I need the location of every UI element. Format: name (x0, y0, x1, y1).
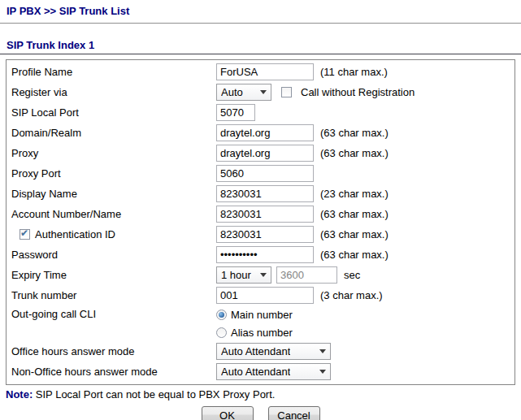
alias-number-option[interactable]: Alias number (216, 325, 293, 340)
authentication-id-input[interactable] (216, 226, 314, 243)
password-hint: (63 char max.) (320, 249, 389, 261)
ok-button[interactable]: OK (202, 406, 254, 420)
expiry-unit-label: sec (344, 269, 360, 281)
row-display-name: Display Name (23 char max.) (7, 184, 514, 204)
register-via-select[interactable]: Auto (216, 84, 271, 101)
non-office-hours-mode-label: Non-Office hours answer mode (11, 366, 158, 378)
account-number-input[interactable] (216, 206, 314, 223)
trunk-number-label: Trunk number (11, 289, 76, 301)
row-non-office-hours-mode: Non-Office hours answer mode Auto Attend… (7, 362, 514, 382)
row-expiry-time: Expiry Time 1 hour sec (7, 265, 514, 285)
main-number-label: Main number (231, 309, 293, 321)
chevron-down-icon (319, 370, 326, 374)
row-authentication-id: Authentication ID (63 char max.) (7, 224, 514, 245)
register-via-selected-value: Auto (221, 86, 243, 98)
note-text: SIP Local Port can not be equal to PBX P… (33, 388, 275, 401)
sip-local-port-label: SIP Local Port (11, 106, 79, 119)
chevron-down-icon (260, 90, 267, 94)
note: Note: SIP Local Port can not be equal to… (6, 388, 521, 401)
breadcrumb: IP PBX >> SIP Trunk List (7, 5, 521, 17)
display-name-label: Display Name (11, 188, 77, 200)
authentication-id-hint: (63 char max.) (320, 228, 389, 240)
non-office-hours-mode-select[interactable]: Auto Attendant (216, 363, 331, 380)
outgoing-cli-label: Out-going call CLI (11, 308, 96, 320)
proxy-port-label: Proxy Port (11, 167, 61, 180)
non-office-hours-selected-value: Auto Attendant (221, 366, 290, 378)
row-trunk-number: Trunk number (3 char max.) (7, 285, 514, 305)
expiry-time-label: Expiry Time (11, 269, 67, 281)
note-label: Note: (6, 388, 33, 401)
header-divider (0, 23, 521, 24)
alias-number-radio[interactable] (216, 327, 227, 338)
password-label: Password (11, 249, 58, 261)
section-title: SIP Trunk Index 1 (7, 39, 521, 51)
profile-name-input[interactable] (216, 63, 314, 80)
sip-local-port-input[interactable] (216, 104, 255, 121)
proxy-port-input[interactable] (216, 165, 314, 182)
proxy-hint: (63 char max.) (320, 147, 389, 159)
chevron-down-icon (319, 349, 326, 353)
main-number-radio[interactable] (216, 310, 227, 320)
authentication-id-checkbox[interactable] (20, 229, 30, 240)
chevron-down-icon (260, 273, 267, 277)
row-account-number: Account Number/Name (63 char max.) (7, 204, 514, 224)
row-outgoing-cli: Out-going call CLI Main number Alias num… (7, 305, 514, 341)
trunk-number-input[interactable] (216, 287, 314, 304)
call-without-registration-label: Call without Registration (301, 86, 415, 98)
row-domain-realm: Domain/Realm (63 char max.) (7, 123, 514, 143)
row-password: Password (63 char max.) (7, 245, 514, 265)
account-number-label: Account Number/Name (11, 208, 121, 220)
domain-realm-hint: (63 char max.) (320, 127, 389, 139)
register-via-label: Register via (11, 86, 67, 98)
proxy-input[interactable] (216, 145, 314, 162)
row-profile-name: Profile Name (11 char max.) (7, 62, 514, 82)
main-number-option[interactable]: Main number (216, 307, 293, 322)
row-register-via: Register via Auto Call without Registrat… (7, 82, 514, 102)
sip-trunk-form: Profile Name (11 char max.) Register via… (6, 59, 515, 385)
section-divider (0, 54, 521, 54)
row-proxy: Proxy (63 char max.) (7, 143, 514, 163)
expiry-time-selected-value: 1 hour (221, 269, 251, 281)
office-hours-selected-value: Auto Attendant (221, 345, 290, 357)
domain-realm-label: Domain/Realm (11, 127, 81, 139)
trunk-number-hint: (3 char max.) (320, 289, 383, 301)
cancel-button[interactable]: Cancel (268, 406, 320, 420)
row-sip-local-port: SIP Local Port (7, 102, 514, 123)
password-input[interactable] (216, 246, 314, 263)
profile-name-label: Profile Name (11, 66, 72, 78)
account-number-hint: (63 char max.) (320, 208, 389, 220)
display-name-input[interactable] (216, 185, 314, 202)
expiry-time-select[interactable]: 1 hour (216, 266, 271, 284)
office-hours-mode-label: Office hours answer mode (11, 345, 135, 357)
domain-realm-input[interactable] (216, 124, 314, 141)
office-hours-mode-select[interactable]: Auto Attendant (216, 343, 331, 360)
expiry-seconds-input[interactable] (276, 266, 337, 284)
call-without-registration-checkbox[interactable] (281, 87, 292, 97)
display-name-hint: (23 char max.) (320, 188, 389, 200)
authentication-id-label: Authentication ID (35, 228, 115, 240)
row-proxy-port: Proxy Port (7, 163, 514, 184)
alias-number-label: Alias number (231, 327, 293, 339)
action-buttons: OK Cancel (0, 406, 521, 420)
proxy-label: Proxy (11, 147, 38, 159)
row-office-hours-mode: Office hours answer mode Auto Attendant (7, 341, 514, 362)
profile-name-hint: (11 char max.) (320, 66, 388, 78)
